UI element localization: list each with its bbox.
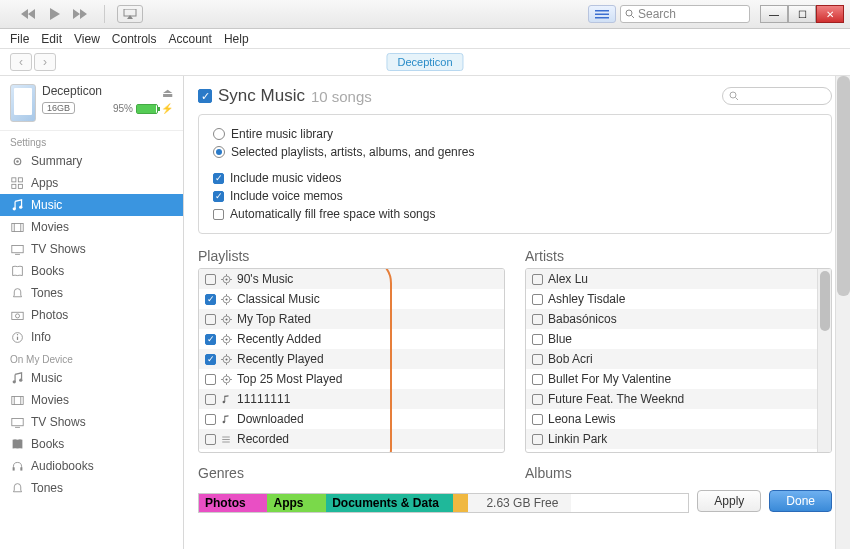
sidebar-item-apps[interactable]: Apps xyxy=(0,172,183,194)
artist-row[interactable]: Lohanthony xyxy=(526,449,831,453)
artist-checkbox[interactable] xyxy=(532,314,543,325)
minimize-button[interactable]: — xyxy=(760,5,788,23)
artist-row[interactable]: Bullet For My Valentine xyxy=(526,369,831,389)
sidebar-item-audiobooks[interactable]: Audiobooks xyxy=(0,455,183,477)
forward-button[interactable]: › xyxy=(34,53,56,71)
content-search-input[interactable] xyxy=(722,87,832,105)
done-button[interactable]: Done xyxy=(769,490,832,512)
artist-row[interactable]: Blue xyxy=(526,329,831,349)
list-view-button[interactable] xyxy=(588,5,616,23)
artist-row[interactable]: Alex Lu xyxy=(526,269,831,289)
artist-checkbox[interactable] xyxy=(532,414,543,425)
playlist-checkbox[interactable] xyxy=(205,314,216,325)
sidebar-item-movies[interactable]: Movies xyxy=(0,216,183,238)
close-button[interactable]: ✕ xyxy=(816,5,844,23)
playlist-row[interactable]: My Top Rated xyxy=(199,309,504,329)
sidebar-item-tones[interactable]: Tones xyxy=(0,282,183,304)
sidebar-item-photos[interactable]: Photos xyxy=(0,304,183,326)
note-icon xyxy=(221,394,232,405)
gear-icon xyxy=(221,294,232,305)
playlist-row[interactable]: 90's Music xyxy=(199,269,504,289)
playlist-row[interactable]: ✓Recently Played xyxy=(199,349,504,369)
play-button[interactable] xyxy=(44,5,66,23)
content-scrollbar[interactable] xyxy=(835,76,850,549)
apps-icon xyxy=(10,176,24,190)
tv-icon xyxy=(10,415,24,429)
checkbox-voice-memos[interactable]: ✓Include voice memos xyxy=(213,187,817,205)
playlist-checkbox[interactable] xyxy=(205,374,216,385)
capacity-segment xyxy=(453,494,468,512)
sidebar-item-books[interactable]: Books xyxy=(0,433,183,455)
artist-checkbox[interactable] xyxy=(532,354,543,365)
artist-checkbox[interactable] xyxy=(532,294,543,305)
svg-point-4 xyxy=(626,10,632,16)
artist-row[interactable]: Leona Lewis xyxy=(526,409,831,429)
menu-view[interactable]: View xyxy=(74,32,100,46)
playlist-row[interactable]: ✓Classical Music xyxy=(199,289,504,309)
svg-line-36 xyxy=(736,98,739,101)
playlist-row[interactable]: Recorded xyxy=(199,429,504,449)
playlist-checkbox[interactable] xyxy=(205,274,216,285)
menu-edit[interactable]: Edit xyxy=(41,32,62,46)
sidebar-item-music[interactable]: Music xyxy=(0,367,183,389)
svg-rect-15 xyxy=(11,223,22,231)
sidebar-item-tv-shows[interactable]: TV Shows xyxy=(0,411,183,433)
artist-row[interactable]: Bob Acri xyxy=(526,349,831,369)
device-card[interactable]: Decepticon ⏏ 16GB 95% ⚡ xyxy=(0,76,183,131)
search-input[interactable]: Search xyxy=(620,5,750,23)
prev-track-button[interactable] xyxy=(18,5,40,23)
playlist-row[interactable]: Downloaded xyxy=(199,409,504,429)
playlist-row[interactable]: Top 25 Most Played xyxy=(199,369,504,389)
airplay-button[interactable] xyxy=(117,5,143,23)
playlist-checkbox[interactable]: ✓ xyxy=(205,334,216,345)
note-icon xyxy=(221,414,232,425)
menu-controls[interactable]: Controls xyxy=(112,32,157,46)
playlist-row[interactable]: 11111111 xyxy=(199,389,504,409)
menu-help[interactable]: Help xyxy=(224,32,249,46)
menu-file[interactable]: File xyxy=(10,32,29,46)
device-pill[interactable]: Decepticon xyxy=(386,53,463,71)
artist-row[interactable]: Linkin Park xyxy=(526,429,831,449)
artist-row[interactable]: Future Feat. The Weeknd xyxy=(526,389,831,409)
menu-account[interactable]: Account xyxy=(169,32,212,46)
eject-button[interactable]: ⏏ xyxy=(162,86,173,100)
sidebar-item-tv-shows[interactable]: TV Shows xyxy=(0,238,183,260)
svg-rect-31 xyxy=(11,418,22,425)
apply-button[interactable]: Apply xyxy=(697,490,761,512)
svg-point-44 xyxy=(225,298,227,300)
checkbox-music-videos[interactable]: ✓Include music videos xyxy=(213,169,817,187)
artist-checkbox[interactable] xyxy=(532,394,543,405)
playlist-checkbox[interactable]: ✓ xyxy=(205,294,216,305)
svg-rect-11 xyxy=(18,184,22,188)
artist-checkbox[interactable] xyxy=(532,434,543,445)
back-button[interactable]: ‹ xyxy=(10,53,32,71)
sidebar-item-summary[interactable]: Summary xyxy=(0,150,183,172)
playlist-checkbox[interactable] xyxy=(205,434,216,445)
svg-point-74 xyxy=(223,400,226,403)
artist-checkbox[interactable] xyxy=(532,274,543,285)
artist-row[interactable]: Babasónicos xyxy=(526,309,831,329)
artist-checkbox[interactable] xyxy=(532,334,543,345)
camera-icon xyxy=(10,308,24,322)
playlist-checkbox[interactable]: ✓ xyxy=(205,354,216,365)
radio-entire-library[interactable]: Entire music library xyxy=(213,125,817,143)
playlist-row[interactable]: ✓Recently Added xyxy=(199,329,504,349)
artist-checkbox[interactable] xyxy=(532,374,543,385)
svg-point-76 xyxy=(223,420,226,423)
playlist-checkbox[interactable] xyxy=(205,394,216,405)
sidebar-item-movies[interactable]: Movies xyxy=(0,389,183,411)
sidebar-item-tones[interactable]: Tones xyxy=(0,477,183,499)
maximize-button[interactable]: ☐ xyxy=(788,5,816,23)
artists-scrollbar[interactable] xyxy=(817,269,831,452)
checkbox-fill-free-space[interactable]: Automatically fill free space with songs xyxy=(213,205,817,223)
sidebar-item-books[interactable]: Books xyxy=(0,260,183,282)
sidebar-item-music[interactable]: Music xyxy=(0,194,183,216)
svg-point-26 xyxy=(19,378,22,381)
gear-icon xyxy=(221,354,232,365)
artist-row[interactable]: Ashley Tisdale xyxy=(526,289,831,309)
playlist-checkbox[interactable] xyxy=(205,414,216,425)
next-track-button[interactable] xyxy=(70,5,92,23)
radio-selected-playlists[interactable]: Selected playlists, artists, albums, and… xyxy=(213,143,817,161)
sidebar-item-info[interactable]: Info xyxy=(0,326,183,348)
sync-music-checkbox[interactable]: ✓ xyxy=(198,89,212,103)
